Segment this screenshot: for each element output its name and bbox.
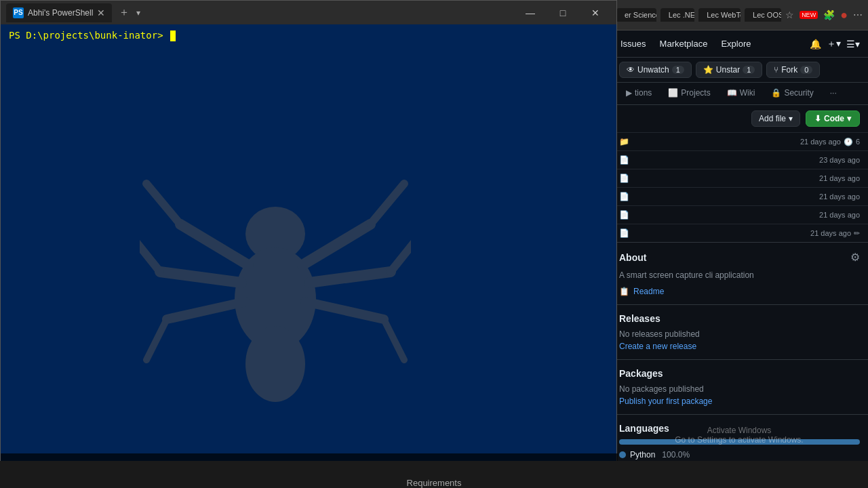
svg-line-3: [180, 224, 248, 265]
svg-line-4: [160, 272, 241, 283]
file-age-5: 21 days ago: [819, 211, 860, 219]
file-age-4: 21 days ago: [819, 192, 860, 201]
close-button[interactable]: ✕: [580, 1, 611, 24]
add-file-chevron: ▾: [789, 114, 793, 123]
about-description: A smart screen capture cli application: [619, 269, 860, 281]
browser-tab-1[interactable]: er Science...: [616, 8, 656, 22]
code-button[interactable]: ⬇ Code ▾: [806, 110, 860, 127]
settings-icon[interactable]: ⚙: [850, 251, 860, 264]
file-icon: 📄: [619, 228, 629, 238]
fork-label: Fork: [781, 65, 797, 75]
language-bar: [619, 439, 860, 445]
packages-title: Packages: [619, 368, 860, 379]
packages-section: Packages No packages published Publish y…: [611, 360, 868, 415]
python-percent: 100.0%: [662, 450, 690, 460]
terminal-tab-label: Abhi's PowerShell: [28, 8, 93, 18]
code-icon: ⬇: [814, 114, 821, 123]
file-row[interactable]: 📁 21 days ago 🕐 6: [611, 132, 868, 150]
file-age-3: 21 days ago: [819, 174, 860, 182]
file-row[interactable]: 📄 23 days ago: [611, 150, 868, 169]
languages-title: Languages: [619, 423, 860, 434]
fork-button[interactable]: ⑂ Fork 0: [766, 62, 820, 78]
bookmark-icon[interactable]: ☆: [785, 9, 794, 20]
browser-tab-4[interactable]: Lec OOSE: [745, 8, 781, 22]
publish-package-link[interactable]: Publish your first package: [619, 396, 860, 406]
terminal-window[interactable]: PS Abhi's PowerShell ✕ ＋ ▾ — □ ✕ PS D:\p…: [0, 0, 617, 481]
actions-icon: ▶: [626, 88, 632, 98]
screen-taskbar: Requirements: [0, 461, 868, 488]
add-file-label: Add file: [759, 114, 786, 123]
notifications-icon[interactable]: 🔔: [810, 39, 821, 49]
tab-label-4: Lec OOSE: [753, 11, 781, 19]
eye-icon: 👁: [627, 65, 635, 75]
fork-count: 0: [800, 66, 812, 74]
tab-actions[interactable]: ▶ tions: [619, 83, 658, 104]
profile-icon[interactable]: ●: [840, 8, 848, 22]
tab-label-2: Lec .NET: [669, 11, 694, 19]
tab-projects[interactable]: ⬜ Projects: [661, 83, 717, 104]
file-row[interactable]: 📄 21 days ago: [611, 187, 868, 205]
tab-dropdown-button[interactable]: ▾: [136, 8, 140, 18]
svg-line-13: [391, 238, 411, 272]
nav-issues[interactable]: Issues: [619, 36, 648, 52]
file-row[interactable]: 📄 21 days ago: [611, 169, 868, 187]
terminal-tab-area: PS Abhi's PowerShell ✕ ＋ ▾: [6, 3, 509, 22]
edit-icon[interactable]: ✏: [854, 229, 860, 238]
add-file-button[interactable]: Add file ▾: [751, 110, 800, 127]
releases-section: Releases No releases published Create a …: [611, 305, 868, 360]
tab-security[interactable]: 🔒 Security: [764, 83, 820, 104]
readme-link[interactable]: 📋 Readme: [619, 287, 860, 296]
python-label: Python: [630, 450, 655, 460]
star-button[interactable]: ⭐ Unstar 1: [696, 62, 762, 78]
tab-label-3: Lec WebTech: [707, 11, 741, 19]
tab-more[interactable]: ···: [823, 83, 844, 104]
about-title: About: [619, 252, 646, 263]
maximize-button[interactable]: □: [547, 1, 578, 24]
tab-wiki[interactable]: 📖 Wiki: [720, 83, 762, 104]
terminal-prompt: PS D:\projects\bunk-inator>: [9, 30, 169, 41]
user-menu-icon[interactable]: ☰▾: [846, 39, 860, 49]
file-age-2: 23 days ago: [819, 156, 860, 164]
create-release-link[interactable]: Create a new release: [619, 342, 860, 351]
github-nav: Issues Marketplace Explore 🔔 ＋▾ ☰▾: [611, 30, 868, 58]
readme-icon: 📋: [619, 287, 629, 296]
file-icon: 📁: [619, 137, 629, 146]
file-row[interactable]: 📄 21 days ago ✏: [611, 224, 868, 242]
wiki-icon: 📖: [727, 88, 737, 98]
extensions-icon[interactable]: 🧩: [823, 9, 835, 20]
svg-line-14: [384, 319, 404, 360]
unwatch-button[interactable]: 👁 Unwatch 1: [619, 62, 692, 78]
minimize-button[interactable]: —: [515, 1, 546, 24]
terminal-body[interactable]: PS D:\projects\bunk-inator>: [1, 24, 616, 481]
file-age-6: 21 days ago ✏: [810, 229, 860, 238]
more-options-icon[interactable]: ⋯: [853, 9, 863, 20]
powershell-icon: PS: [13, 7, 24, 18]
about-header: About ⚙: [619, 251, 860, 264]
browser-actions: ☆ NEW 🧩 ● ⋯: [785, 8, 863, 22]
svg-line-8: [146, 319, 167, 360]
github-panel: er Science... Lec .NET Lec WebTech Lec O…: [610, 0, 868, 488]
new-badge: NEW: [800, 11, 818, 19]
file-icon: 📄: [619, 210, 629, 220]
language-item-python: Python 100.0%: [619, 450, 860, 460]
code-label: Code: [824, 114, 844, 123]
file-row[interactable]: 📄 21 days ago: [611, 205, 868, 224]
browser-tab-3[interactable]: Lec WebTech: [698, 8, 741, 22]
no-releases-text: No releases published: [619, 329, 860, 339]
python-dot: [619, 451, 626, 458]
nav-explore[interactable]: Explore: [719, 36, 752, 52]
window-controls: — □ ✕: [515, 1, 611, 24]
file-icon: 📄: [619, 174, 629, 183]
projects-icon: ⬜: [668, 88, 678, 98]
new-tab-button[interactable]: ＋: [115, 4, 134, 21]
plus-icon[interactable]: ＋▾: [827, 38, 841, 50]
nav-marketplace[interactable]: Marketplace: [658, 36, 709, 52]
code-chevron: ▾: [847, 114, 851, 123]
terminal-tab[interactable]: PS Abhi's PowerShell ✕: [6, 3, 112, 22]
releases-title: Releases: [619, 313, 860, 324]
svg-line-5: [167, 302, 245, 319]
svg-line-10: [309, 272, 391, 283]
browser-tab-2[interactable]: Lec .NET: [660, 8, 694, 22]
terminal-tab-close[interactable]: ✕: [97, 8, 105, 18]
file-icon: 📄: [619, 192, 629, 201]
